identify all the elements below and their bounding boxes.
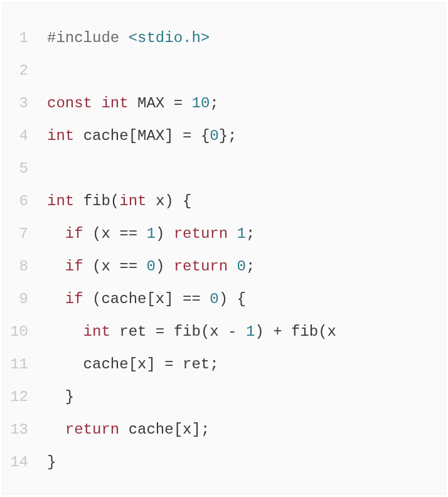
code-token: ; — [246, 225, 255, 242]
code-token: ret — [119, 323, 146, 340]
code-token: fib — [83, 193, 110, 210]
code-token — [164, 258, 173, 275]
line-number: 9 — [3, 283, 47, 316]
code-token: [ — [129, 356, 137, 373]
code-token: 0 — [146, 258, 155, 275]
code-token — [146, 193, 155, 210]
code-token — [164, 225, 173, 242]
code-token — [174, 356, 183, 373]
code-token — [129, 95, 137, 112]
code-token — [47, 258, 65, 275]
code-token: int — [47, 193, 74, 210]
line-content: #include <stdio.h> — [47, 22, 445, 55]
code-token: ; — [201, 421, 210, 438]
code-token — [83, 291, 92, 307]
code-token: { — [201, 127, 210, 144]
code-token: ( — [318, 323, 327, 340]
code-token: ( — [110, 193, 119, 210]
code-token: ( — [92, 258, 101, 275]
code-token — [228, 225, 237, 242]
line-number: 12 — [3, 381, 47, 414]
code-token: cache — [101, 291, 146, 307]
code-token: x — [101, 225, 110, 242]
code-token — [237, 323, 246, 340]
line-number: 3 — [3, 87, 47, 120]
code-token: ] — [164, 291, 173, 307]
code-token: = — [183, 127, 191, 144]
code-token — [174, 127, 183, 144]
code-token: x — [210, 323, 218, 340]
code-token: { — [183, 193, 191, 210]
code-token: ) — [164, 193, 173, 210]
code-token: ) — [219, 291, 228, 307]
code-line: 11 cache[x] = ret; — [3, 348, 445, 381]
code-token: ) — [156, 225, 164, 242]
line-content: int fib(int x) { — [47, 185, 445, 218]
code-token: == — [119, 258, 137, 275]
code-line: 6int fib(int x) { — [3, 185, 445, 218]
code-token: int — [101, 95, 128, 112]
code-token — [164, 323, 173, 340]
code-line: 9 if (cache[x] == 0) { — [3, 283, 445, 316]
code-line: 7 if (x == 1) return 1; — [3, 218, 445, 250]
code-line: 5 — [3, 152, 445, 185]
code-block: 1#include <stdio.h>23const int MAX = 10;… — [3, 3, 445, 494]
code-token: int — [47, 127, 74, 144]
code-token — [174, 193, 183, 210]
code-token: = — [174, 95, 183, 112]
code-token — [183, 95, 191, 112]
code-token: } — [47, 454, 56, 471]
line-content: if (x == 0) return 0; — [47, 250, 445, 283]
code-token: ; — [210, 356, 218, 373]
code-token: x — [137, 356, 146, 373]
code-token — [174, 291, 183, 307]
code-token: == — [119, 225, 137, 242]
code-token: return — [174, 225, 228, 242]
code-token: int — [119, 193, 146, 210]
code-line: 14} — [3, 446, 445, 479]
code-token: ) — [255, 323, 264, 340]
code-token: 1 — [237, 225, 246, 242]
code-token — [74, 193, 83, 210]
code-token — [264, 323, 273, 340]
code-token: ret — [183, 356, 210, 373]
code-token — [47, 356, 83, 373]
code-token — [83, 225, 92, 242]
line-number: 10 — [3, 316, 47, 348]
line-number: 2 — [3, 55, 47, 87]
code-line: 2 — [3, 55, 445, 87]
code-token — [228, 291, 237, 307]
line-number: 7 — [3, 218, 47, 250]
code-token — [119, 29, 128, 46]
code-token: [ — [146, 291, 155, 307]
code-token: 0 — [237, 258, 246, 275]
code-token: 0 — [210, 291, 218, 307]
line-content: return cache[x]; — [47, 414, 445, 446]
code-token: fib — [174, 323, 201, 340]
code-token: { — [237, 291, 246, 307]
line-number: 8 — [3, 250, 47, 283]
code-token: ( — [92, 291, 101, 307]
line-content: int ret = fib(x - 1) + fib(x — [47, 316, 445, 348]
code-token — [47, 291, 65, 307]
code-token: 0 — [210, 127, 218, 144]
line-content: if (x == 1) return 1; — [47, 218, 445, 250]
code-token: x — [101, 258, 110, 275]
code-token — [47, 388, 65, 405]
line-number: 13 — [3, 414, 47, 446]
code-token — [156, 356, 164, 373]
code-token: if — [65, 291, 83, 307]
code-token: cache — [83, 127, 129, 144]
code-token — [119, 421, 128, 438]
code-token: = — [156, 323, 164, 340]
code-token: if — [65, 225, 83, 242]
code-token: return — [174, 258, 228, 275]
code-token: 1 — [146, 225, 155, 242]
code-token — [110, 225, 119, 242]
code-line: 12 } — [3, 381, 445, 414]
code-line: 3const int MAX = 10; — [3, 87, 445, 120]
code-token — [137, 258, 146, 275]
code-token — [74, 127, 83, 144]
code-token — [47, 225, 65, 242]
code-token: 1 — [246, 323, 255, 340]
